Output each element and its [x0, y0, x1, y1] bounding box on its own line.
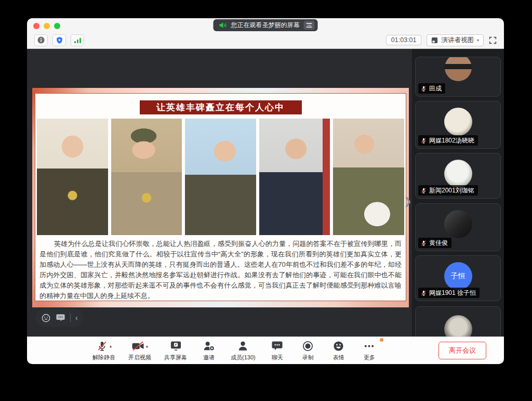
participant-name: 网媒1901 徐子恒	[429, 289, 476, 297]
avatar: 子恒	[444, 262, 472, 290]
meeting-info-button[interactable]	[34, 34, 48, 46]
participant-name-badge: 新闻2001刘珈铭	[418, 185, 478, 196]
veteran-photo-3	[185, 119, 256, 235]
participant-tile[interactable]: 黄佳俊	[415, 203, 501, 251]
participant-name: 网媒1802汤晓晓	[429, 136, 474, 145]
meeting-window: 您正在观看圣梦丽的屏幕	[27, 18, 504, 364]
meeting-security-button[interactable]	[52, 34, 66, 46]
veteran-photo-4	[259, 119, 330, 235]
record-icon	[302, 340, 314, 352]
view-mode-selector[interactable]: 演讲者视图 ▾	[427, 34, 484, 46]
titlebar: 您正在观看圣梦丽的屏幕	[27, 18, 504, 49]
mic-muted-icon	[420, 137, 427, 144]
traffic-lights	[33, 23, 60, 29]
invite-person-icon	[203, 340, 215, 352]
info-icon	[37, 36, 45, 44]
mic-muted-icon	[420, 240, 427, 247]
screen-share-banner: 您正在观看圣梦丽的屏幕	[214, 19, 318, 31]
chevron-down-icon: ▾	[477, 38, 479, 43]
participant-name-badge: 网媒1901 徐子恒	[418, 288, 480, 298]
share-options-icon[interactable]	[304, 21, 315, 30]
avatar	[445, 57, 472, 81]
share-screen-button[interactable]: 共享屏幕	[164, 340, 187, 361]
slide-title: 让英雄丰碑矗立在每个人心中	[140, 100, 302, 114]
pill-divider	[70, 314, 71, 322]
members-button[interactable]: 成员(130)	[231, 340, 256, 361]
control-bar: ▴ 解除静音 ▴ 开启视频	[27, 337, 504, 364]
participant-tile[interactable]: 田成	[415, 57, 501, 97]
minimize-window-button[interactable]	[44, 23, 50, 29]
mic-muted-icon	[420, 187, 427, 194]
slide-paragraph: 英雄为什么总是让我们心怀崇敬，总能让人热泪盈眶，感受到振奋人心的力量，问题的答案…	[39, 239, 402, 301]
layout-icon	[431, 37, 438, 44]
unmute-button[interactable]: ▴ 解除静音	[92, 340, 115, 361]
quick-chat-icon[interactable]	[56, 314, 65, 322]
network-status-button[interactable]	[71, 34, 84, 46]
camera-off-icon	[131, 341, 144, 352]
participant-name: 田成	[429, 84, 442, 93]
content-area: 让英雄丰碑矗立在每个人心中 英雄为什么总是让我们心怀崇敬，总能让人热泪盈眶，感受…	[27, 49, 504, 337]
more-button[interactable]: 更多	[361, 340, 378, 361]
chevron-left-icon[interactable]: ‹	[75, 314, 78, 321]
zoom-window-button[interactable]	[54, 23, 60, 29]
window-toolbar: 01:03:01 演讲者视图 ▾	[34, 34, 497, 46]
share-screen-icon	[170, 340, 182, 352]
invite-button[interactable]: 邀请	[200, 340, 218, 361]
emoji-reaction-icon[interactable]	[41, 313, 51, 323]
shield-icon	[56, 36, 63, 44]
more-dots-icon	[363, 340, 375, 352]
avatar	[444, 315, 472, 337]
mic-muted-icon	[420, 290, 427, 296]
start-video-button[interactable]: ▴ 开启视频	[128, 340, 151, 361]
participant-tile[interactable]: 子恒 网媒1901 徐子恒	[415, 255, 501, 301]
participant-tile[interactable]	[415, 306, 501, 337]
avatar-initials: 子恒	[451, 271, 466, 281]
veteran-photo-row	[37, 119, 404, 235]
participant-name: 黄佳俊	[429, 239, 448, 248]
participant-name-badge: 田成	[418, 83, 445, 94]
meeting-timer: 01:03:01	[386, 35, 422, 45]
participant-name-badge: 网媒1802汤晓晓	[418, 135, 478, 146]
avatar	[444, 108, 472, 136]
chat-icon	[271, 341, 283, 352]
veteran-photo-1	[37, 119, 108, 235]
participant-tile[interactable]: 新闻2001刘珈铭	[415, 153, 501, 199]
mic-options-caret[interactable]: ▴	[110, 344, 112, 348]
notification-dot	[380, 338, 383, 342]
mic-muted-icon	[420, 85, 427, 92]
participant-name-badge: 黄佳俊	[418, 238, 451, 248]
slide-frame: 让英雄丰碑矗立在每个人心中 英雄为什么总是让我们心怀崇敬，总能让人热泪盈眶，感受…	[35, 93, 406, 301]
sidebar-collapse-chevron[interactable]: ❯	[404, 192, 412, 209]
emoji-button[interactable]: 表情	[330, 340, 348, 361]
emoji-icon	[332, 340, 344, 352]
video-options-caret[interactable]: ▴	[146, 344, 148, 348]
mic-muted-icon	[96, 340, 108, 352]
participants-sidebar: 田成 网媒1802汤晓晓	[412, 49, 504, 337]
close-window-button[interactable]	[33, 23, 39, 29]
signal-bars-icon	[74, 37, 82, 44]
avatar	[444, 160, 472, 188]
presentation-slide: 让英雄丰碑矗立在每个人心中 英雄为什么总是让我们心怀崇敬，总能让人热泪盈眶，感受…	[32, 88, 409, 307]
fullscreen-icon[interactable]	[489, 36, 497, 44]
avatar	[444, 210, 472, 238]
participant-tile[interactable]: 网媒1802汤晓晓	[415, 101, 501, 149]
participant-name: 新闻2001刘珈铭	[429, 186, 474, 195]
veteran-photo-5	[333, 119, 404, 235]
share-banner-text: 您正在观看圣梦丽的屏幕	[231, 21, 300, 30]
leave-meeting-button[interactable]: 离开会议	[438, 342, 486, 359]
members-icon	[237, 340, 249, 352]
chat-button[interactable]: 聊天	[269, 340, 286, 361]
speaker-icon	[219, 22, 227, 29]
reaction-pill: ‹	[35, 309, 84, 327]
shared-screen-stage: 让英雄丰碑矗立在每个人心中 英雄为什么总是让我们心怀崇敬，总能让人热泪盈眶，感受…	[27, 49, 412, 337]
record-button[interactable]: 录制	[299, 340, 317, 361]
veteran-photo-2	[111, 119, 182, 235]
view-mode-label: 演讲者视图	[441, 36, 474, 45]
